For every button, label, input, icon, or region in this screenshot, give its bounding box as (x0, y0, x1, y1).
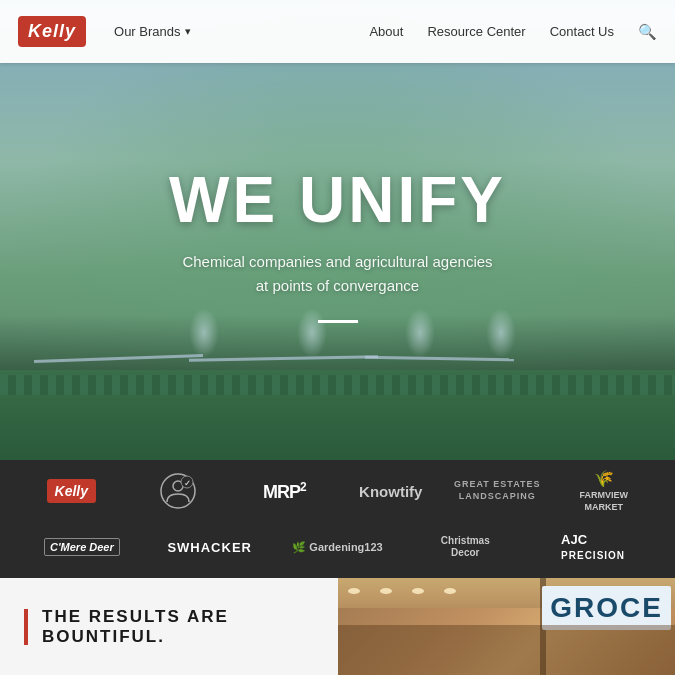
groce-label: GROCE (550, 592, 663, 623)
about-link[interactable]: About (369, 24, 403, 39)
brands-top-row: Kelly ✓ MRP2 Knowtify (18, 464, 657, 518)
store-shelves (338, 625, 676, 675)
store-light-4 (444, 588, 456, 594)
navbar: Kelly Our Brands About Resource Center C… (0, 0, 675, 63)
logo[interactable]: Kelly (18, 16, 86, 47)
bottom-section: THE RESULTS ARE BOUNTIFUL. GROCE (0, 578, 675, 675)
hero-subtitle-line2: at points of convergance (169, 274, 506, 298)
nav-right: About Resource Center Contact Us 🔍 (369, 23, 657, 41)
results-accent-bar (24, 609, 28, 645)
store-background: GROCE (338, 578, 676, 675)
brand-christmas-decor[interactable]: ChristmasDecor (401, 531, 529, 563)
store-light-3 (412, 588, 424, 594)
results-text: THE RESULTS ARE BOUNTIFUL. (42, 607, 314, 647)
hero-divider (318, 320, 358, 323)
groce-sign: GROCE (542, 586, 671, 630)
resource-center-link[interactable]: Resource Center (427, 24, 525, 39)
our-brands-button[interactable]: Our Brands (114, 24, 190, 39)
brands-bottom-row: C'Mere Deer SWHACKER 🌿 Gardening123 Chri… (18, 520, 657, 574)
logo-text: Kelly (28, 21, 76, 42)
store-image: GROCE (338, 578, 676, 675)
brand-gardening123[interactable]: 🌿 Gardening123 (274, 537, 402, 558)
nav-left: Kelly Our Brands (18, 16, 191, 47)
brands-grid: Kelly ✓ MRP2 Knowtify (18, 464, 657, 574)
svg-text:✓: ✓ (183, 479, 190, 488)
results-area: THE RESULTS ARE BOUNTIFUL. (0, 578, 338, 675)
brand-farmview[interactable]: 🌾 FARMVIEWMARKET (551, 465, 658, 516)
store-light-2 (380, 588, 392, 594)
brand-cmere-deer[interactable]: C'Mere Deer (18, 534, 146, 560)
hero-content: WE UNIFY Chemical companies and agricult… (169, 168, 506, 323)
hero-subtitle-line1: Chemical companies and agricultural agen… (169, 250, 506, 274)
brand-knowtify[interactable]: Knowtify (338, 479, 445, 504)
store-light-1 (348, 588, 360, 594)
brand-swhacker[interactable]: SWHACKER (146, 536, 274, 559)
crop-row (0, 375, 675, 395)
brand-kelly[interactable]: Kelly (18, 475, 125, 507)
crops-background (0, 370, 675, 460)
search-icon[interactable]: 🔍 (638, 23, 657, 41)
brand-ajc-precision[interactable]: AJCPRECISION (529, 528, 657, 566)
brands-bar: Kelly ✓ MRP2 Knowtify (0, 460, 675, 578)
hero-title: WE UNIFY (169, 168, 506, 232)
hero-section: WE UNIFY Chemical companies and agricult… (0, 0, 675, 460)
contact-us-link[interactable]: Contact Us (550, 24, 614, 39)
brand-mrp2[interactable]: MRP2 (231, 476, 338, 507)
brand-contact-mgmt[interactable]: ✓ (125, 468, 232, 514)
irrigation-arm-1 (34, 354, 203, 363)
brand-great-estates[interactable]: GREAT ESTATESLANDSCAPING (444, 475, 551, 506)
